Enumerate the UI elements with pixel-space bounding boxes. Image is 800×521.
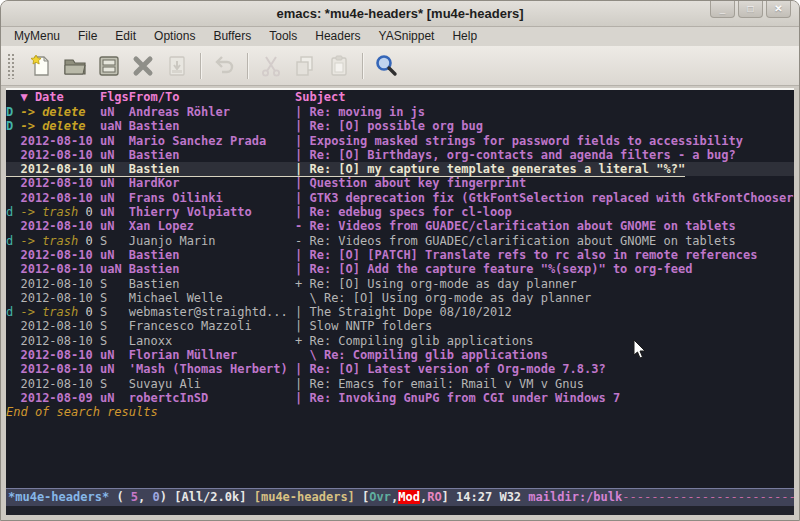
- message-row[interactable]: 2012-08-09 uN robertcInSD | Re: Invoking…: [6, 391, 794, 405]
- paste-clipboard-icon: [326, 53, 352, 79]
- subject-column-header[interactable]: Subject: [295, 90, 346, 105]
- undo-button[interactable]: [207, 50, 241, 82]
- message-row[interactable]: 2012-08-10 S Michael Welle \ Re: [O] Usi…: [6, 291, 794, 305]
- target-cell: -> delete: [20, 105, 85, 119]
- modeline-modified-indicator: Mod: [398, 490, 420, 504]
- copy-button[interactable]: [288, 50, 322, 82]
- date-column-header[interactable]: ▼ Date: [20, 90, 99, 105]
- date-cell: 2012-08-10: [20, 162, 99, 176]
- window-buttons: _ □ ✕: [710, 1, 791, 18]
- modeline-modeline-fill: ----------------------------------------…: [622, 490, 794, 504]
- maximize-button[interactable]: □: [738, 1, 763, 18]
- mark-cell: [6, 219, 20, 233]
- from-cell: Bastien: [129, 148, 295, 162]
- message-row[interactable]: 2012-08-10 S Francesco Mazzoli | Slow NN…: [6, 319, 794, 333]
- from-cell: webmaster@straightd...: [129, 305, 295, 319]
- save-as-button[interactable]: [160, 50, 194, 82]
- message-row[interactable]: 2012-08-10 uN Xan Lopez - Re: Videos fro…: [6, 219, 794, 233]
- menu-item-headers[interactable]: Headers: [306, 27, 369, 46]
- open-folder-button[interactable]: [58, 50, 92, 82]
- mark-cell: [6, 148, 20, 162]
- message-row[interactable]: d -> trash 0 S Juanjo Marin - Re: Videos…: [6, 234, 794, 248]
- message-row[interactable]: 2012-08-10 S Suvayu Ali | Re: Emacs for …: [6, 377, 794, 391]
- subject-cell: | Re: [O] Birthdays, org-contacts and ag…: [295, 148, 736, 162]
- message-row[interactable]: 2012-08-10 uN Florian Müllner \ Re: Comp…: [6, 348, 794, 362]
- message-row[interactable]: 2012-08-10 uN Bastien | Re: [O] Birthday…: [6, 148, 794, 162]
- mark-cell: d: [6, 205, 20, 219]
- subject-cell: | Re: [O] my capture template generates …: [295, 162, 685, 176]
- from-column-header[interactable]: From/To: [129, 90, 295, 105]
- close-buffer-button[interactable]: [126, 50, 160, 82]
- message-row[interactable]: 2012-08-10 uN HardKor | Question about k…: [6, 176, 794, 190]
- menu-item-buffers[interactable]: Buffers: [204, 27, 260, 46]
- titlebar[interactable]: emacs: *mu4e-headers* [mu4e-headers] _ □…: [1, 1, 799, 27]
- from-cell: Michael Welle: [129, 291, 295, 305]
- mu4e-headers-buffer[interactable]: ▼ DateFlgsFrom/ToSubject D -> delete uN …: [6, 90, 794, 488]
- subject-cell: - Re: Videos from GUADEC/clarification a…: [295, 234, 736, 248]
- toolbar-separator: [247, 53, 248, 79]
- menu-item-file[interactable]: File: [69, 27, 106, 46]
- message-row[interactable]: 2012-08-10 S Lanoxx + Re: Compiling glib…: [6, 334, 794, 348]
- toolbar-drag-handle-icon[interactable]: [7, 53, 16, 79]
- from-cell: Bastien: [129, 248, 295, 262]
- cut-scissors-icon: [258, 53, 284, 79]
- subject-cell: | Re: moving in js: [295, 105, 425, 119]
- date-cell: 2012-08-10: [20, 148, 99, 162]
- message-row[interactable]: 2012-08-10 uN Mario Sanchez Prada | Expo…: [6, 134, 794, 148]
- new-file-button[interactable]: [24, 50, 58, 82]
- save-button[interactable]: [92, 50, 126, 82]
- message-row[interactable]: D -> delete uaN Bastien | Re: [O] possib…: [6, 119, 794, 133]
- menu-item-edit[interactable]: Edit: [106, 27, 145, 46]
- modeline-paren: ): [160, 490, 174, 504]
- flags-cell: uN: [100, 134, 129, 148]
- cut-button[interactable]: [254, 50, 288, 82]
- from-cell: Bastien: [129, 277, 295, 291]
- message-row[interactable]: d -> trash 0 uN Thierry Volpiatto | Re: …: [6, 205, 794, 219]
- flags-cell: uaN: [100, 262, 129, 276]
- from-cell: 'Mash (Thomas Herbert): [129, 362, 295, 376]
- close-button[interactable]: ✕: [766, 1, 791, 18]
- menu-item-yasnippet[interactable]: YASnippet: [370, 27, 444, 46]
- mark-cell: d: [6, 305, 20, 319]
- minimize-button[interactable]: _: [710, 1, 735, 18]
- echo-area[interactable]: [6, 506, 794, 515]
- modeline-paren: (: [109, 490, 131, 504]
- mouse-cursor: [633, 339, 647, 360]
- close-x-icon: [130, 53, 156, 79]
- from-cell: Xan Lopez: [129, 219, 295, 233]
- mark-cell: D: [6, 119, 20, 133]
- toolbar: [1, 46, 799, 86]
- from-cell: Bastien: [129, 119, 295, 133]
- mode-line[interactable]: *mu4e-headers* ( 5, 0) [All/2.0k] [mu4e-…: [6, 488, 794, 506]
- menu-item-help[interactable]: Help: [443, 27, 486, 46]
- menu-item-mymenu[interactable]: MyMenu: [5, 27, 69, 46]
- date-cell: 2012-08-10: [20, 319, 99, 333]
- message-row[interactable]: d -> trash 0 S webmaster@straightd... | …: [6, 305, 794, 319]
- mark-cell: [6, 348, 20, 362]
- target-cell: -> trash: [20, 305, 78, 319]
- flags-column-header[interactable]: Flgs: [100, 90, 129, 105]
- message-row[interactable]: 2012-08-10 uN Frans Oilinki | GTK3 depre…: [6, 191, 794, 205]
- message-row[interactable]: D -> delete uN Andreas Röhler | Re: movi…: [6, 105, 794, 119]
- menu-item-options[interactable]: Options: [145, 27, 204, 46]
- message-row[interactable]: 2012-08-10 uN 'Mash (Thomas Herbert) | R…: [6, 362, 794, 376]
- from-cell: Andreas Röhler: [129, 105, 295, 119]
- open-folder-icon: [62, 53, 88, 79]
- message-row[interactable]: 2012-08-10 uN Bastien | Re: [O] [PATCH] …: [6, 248, 794, 262]
- menu-bar: MyMenuFileEditOptionsBuffersToolsHeaders…: [1, 27, 799, 46]
- message-row[interactable]: 2012-08-10 S Bastien + Re: [O] Using org…: [6, 277, 794, 291]
- target-cell: -> trash: [20, 205, 78, 219]
- from-cell: Bastien: [129, 162, 295, 176]
- menu-item-tools[interactable]: Tools: [260, 27, 306, 46]
- search-button[interactable]: [369, 50, 403, 82]
- flags-cell: S: [100, 291, 129, 305]
- subject-cell: \ Re: Compiling glib applications: [295, 348, 548, 362]
- paste-button[interactable]: [322, 50, 356, 82]
- subject-cell: \ Re: [O] Using org-mode as day planner: [295, 291, 591, 305]
- emacs-frame-content: ▼ DateFlgsFrom/ToSubject D -> delete uN …: [6, 88, 794, 515]
- message-row[interactable]: 2012-08-10 uN Bastien | Re: [O] my captu…: [6, 162, 794, 176]
- subject-cell: - Re: Videos from GUADEC/clarification a…: [295, 219, 736, 233]
- message-row[interactable]: 2012-08-10 uaN Bastien | Re: [O] Add the…: [6, 262, 794, 276]
- zero-cell: 0: [78, 234, 100, 248]
- from-cell: robertcInSD: [129, 391, 295, 405]
